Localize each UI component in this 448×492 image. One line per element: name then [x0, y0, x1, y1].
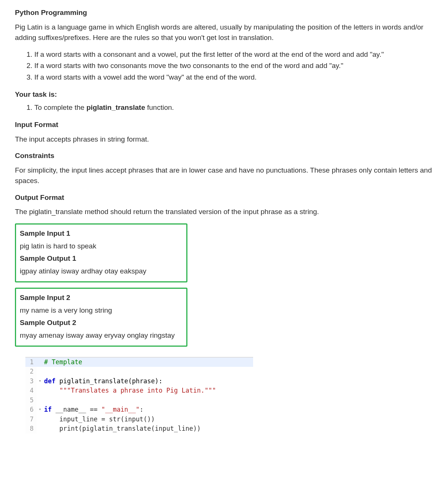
constraints-heading: Constraints	[15, 151, 433, 161]
code-string: "__main__"	[102, 406, 140, 413]
rule-item: If a word starts with two consonants mov…	[34, 61, 433, 71]
sample-output-1-text: igpay atinlay isway ardhay otay eakspay	[20, 266, 183, 277]
fold-gutter	[37, 367, 43, 377]
fold-gutter[interactable]: ▾	[37, 377, 43, 386]
line-number: 3	[25, 377, 37, 386]
fold-gutter	[37, 396, 43, 405]
output-format-heading: Output Format	[15, 192, 433, 203]
line-number: 2	[25, 367, 37, 377]
code-line[interactable]: 2	[25, 367, 253, 377]
line-number: 7	[25, 415, 37, 424]
page-title: Python Programming	[15, 7, 433, 18]
code-line[interactable]: 6 ▾ if __name__ == "__main__":	[25, 405, 253, 415]
line-number: 4	[25, 386, 37, 396]
task-text-prefix: To complete the	[34, 103, 86, 111]
sample-input-1-text: pig latin is hard to speak	[20, 241, 183, 252]
input-format-heading: Input Format	[15, 120, 433, 130]
constraints-text: For simplicity, the input lines accept p…	[15, 165, 433, 186]
fold-icon[interactable]: ▾	[39, 407, 41, 412]
fold-icon[interactable]: ▾	[39, 378, 41, 383]
code-line[interactable]: 1 # Template	[25, 358, 253, 367]
rules-list: If a word starts with a consonant and a …	[15, 49, 433, 83]
task-function-name: piglatin_translate	[86, 103, 145, 111]
input-format-text: The input accepts phrases in string form…	[15, 134, 433, 145]
code-line[interactable]: 3 ▾ def piglatin_translate(phrase):	[25, 377, 253, 386]
code-text: :	[140, 406, 143, 413]
task-item: To complete the piglatin_translate funct…	[34, 102, 433, 113]
rule-item: If a word starts with a vowel add the wo…	[34, 72, 433, 83]
code-text: print(piglatin_translate(input_line))	[44, 425, 201, 432]
output-format-text: The piglatin_translate method should ret…	[15, 207, 433, 217]
code-editor[interactable]: 1 # Template 2 3 ▾ def piglatin_translat…	[25, 357, 253, 434]
fold-gutter	[37, 415, 43, 424]
code-line[interactable]: 7 input_line = str(input())	[25, 415, 253, 424]
line-number: 5	[25, 396, 37, 405]
sample-input-2-heading: Sample Input 2	[20, 293, 183, 303]
task-text-suffix: function.	[145, 103, 174, 111]
task-heading: Your task is:	[15, 89, 433, 100]
code-line[interactable]: 4 """Translates a phrase into Pig Latin.…	[25, 386, 253, 396]
code-keyword: def	[44, 377, 56, 385]
code-comment: # Template	[44, 358, 82, 366]
code-line[interactable]: 8 print(piglatin_translate(input_line))	[25, 424, 253, 434]
sample-output-1-heading: Sample Output 1	[20, 253, 183, 264]
line-number: 6	[25, 405, 37, 415]
code-keyword: if	[44, 406, 52, 413]
intro-paragraph: Pig Latin is a language game in which En…	[15, 22, 433, 43]
sample-output-2-text: myay amenay isway away eryvay onglay rin…	[20, 330, 183, 341]
fold-gutter[interactable]: ▾	[37, 405, 43, 415]
rule-item: If a word starts with a consonant and a …	[34, 49, 433, 60]
sample-box-2: Sample Input 2 my name is a very long st…	[15, 288, 187, 347]
code-text: piglatin_translate(phrase):	[56, 377, 163, 385]
sample-input-2-text: my name is a very long string	[20, 305, 183, 316]
line-number: 1	[25, 358, 37, 367]
code-line[interactable]: 5	[25, 396, 253, 405]
sample-input-1-heading: Sample Input 1	[20, 228, 183, 239]
fold-gutter	[37, 358, 43, 367]
code-text: input_line = str(input())	[44, 415, 155, 423]
code-docstring: """Translates a phrase into Pig Latin.""…	[59, 387, 216, 394]
fold-gutter	[37, 424, 43, 434]
code-text: __name__ ==	[52, 406, 101, 413]
fold-gutter	[37, 386, 43, 396]
sample-box-1: Sample Input 1 pig latin is hard to spea…	[15, 223, 187, 282]
line-number: 8	[25, 424, 37, 434]
sample-output-2-heading: Sample Output 2	[20, 318, 183, 328]
task-list: To complete the piglatin_translate funct…	[15, 102, 433, 113]
